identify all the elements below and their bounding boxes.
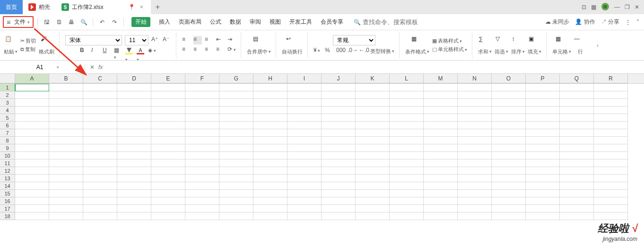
cell[interactable] (560, 144, 594, 152)
effects-icon[interactable]: ◈ (148, 47, 157, 55)
cell[interactable] (492, 213, 526, 220)
cell[interactable] (492, 129, 526, 137)
cell[interactable] (594, 175, 628, 182)
cell[interactable] (356, 137, 390, 144)
cell[interactable] (83, 182, 117, 190)
cell[interactable] (424, 106, 458, 114)
cell[interactable] (322, 182, 356, 190)
cell[interactable] (83, 99, 117, 106)
cell[interactable] (253, 167, 287, 175)
cell[interactable] (594, 159, 628, 167)
cell[interactable] (526, 152, 560, 159)
align-bot-icon[interactable]: ≡ (205, 36, 213, 44)
cell[interactable] (253, 182, 287, 190)
cell[interactable] (560, 213, 594, 220)
copy-button[interactable]: ⧉ 复制 (20, 46, 36, 53)
cell[interactable] (390, 167, 424, 175)
cell[interactable] (253, 159, 287, 167)
cell[interactable] (83, 205, 117, 213)
cell[interactable] (526, 129, 560, 137)
cell[interactable] (560, 114, 594, 122)
cell[interactable] (151, 167, 185, 175)
cell[interactable] (458, 144, 492, 152)
cell[interactable] (526, 122, 560, 129)
sum-button[interactable]: ∑求和 (478, 35, 492, 55)
col-header-I[interactable]: I (287, 74, 322, 83)
cell[interactable] (185, 205, 219, 213)
col-header-N[interactable]: N (458, 74, 492, 83)
filter-button[interactable]: ▽筛选 (495, 35, 508, 55)
cell[interactable] (594, 213, 628, 220)
cell[interactable] (356, 129, 390, 137)
cell[interactable] (526, 197, 560, 205)
layout1-icon[interactable]: ⊡ (582, 4, 586, 10)
col-header-G[interactable]: G (219, 74, 253, 83)
cell[interactable] (322, 197, 356, 205)
cell[interactable] (287, 129, 322, 137)
cell[interactable] (49, 167, 83, 175)
cell[interactable] (287, 182, 322, 190)
spreadsheet-grid[interactable]: ABCDEFGHIJKLMNOPQR 123456789101112131415… (0, 74, 644, 248)
menu-tab-layout[interactable]: 页面布局 (179, 18, 201, 26)
menu-tab-review[interactable]: 审阅 (250, 18, 261, 26)
cell[interactable] (492, 205, 526, 213)
menu-tab-view[interactable]: 视图 (270, 18, 281, 26)
cell[interactable] (424, 182, 458, 190)
cell[interactable] (253, 137, 287, 144)
qa-saveas-icon[interactable]: 🖻 (54, 17, 64, 27)
cell[interactable] (253, 197, 287, 205)
cell[interactable] (49, 114, 83, 122)
cell[interactable] (15, 213, 49, 220)
col-header-M[interactable]: M (424, 74, 458, 83)
more-icon[interactable]: ⋮ (625, 19, 631, 26)
cell[interactable] (151, 137, 185, 144)
cell[interactable] (526, 114, 560, 122)
cell[interactable] (458, 190, 492, 197)
cell[interactable] (356, 152, 390, 159)
col-header-C[interactable]: C (83, 74, 117, 83)
cell[interactable] (185, 99, 219, 106)
cell[interactable] (424, 159, 458, 167)
cell[interactable] (49, 175, 83, 182)
menu-tab-data[interactable]: 数据 (230, 18, 241, 26)
increase-font-icon[interactable]: A⁺ (151, 36, 160, 44)
cell[interactable] (219, 106, 253, 114)
cell[interactable] (458, 137, 492, 144)
cell[interactable] (526, 84, 560, 91)
cell[interactable] (151, 84, 185, 91)
col-header-H[interactable]: H (253, 74, 287, 83)
row-header[interactable]: 2 (0, 91, 15, 99)
paste-button[interactable]: 📋粘贴 (4, 35, 17, 55)
cell[interactable] (526, 144, 560, 152)
tab-add-button[interactable]: + (151, 3, 165, 11)
cell[interactable] (185, 114, 219, 122)
cell[interactable] (185, 91, 219, 99)
window-max-icon[interactable]: ❐ (625, 4, 630, 10)
cell[interactable] (253, 152, 287, 159)
cell[interactable] (287, 137, 322, 144)
cell[interactable] (424, 84, 458, 91)
cell[interactable] (322, 205, 356, 213)
ribbon-scroll-icon[interactable]: › (597, 42, 599, 49)
cell[interactable] (594, 137, 628, 144)
cell[interactable] (15, 129, 49, 137)
cell[interactable] (287, 190, 322, 197)
comma-icon[interactable]: 000 (336, 47, 345, 55)
cell[interactable] (458, 84, 492, 91)
align-center-icon[interactable]: ≡ (193, 46, 202, 54)
cell[interactable] (322, 144, 356, 152)
cell[interactable] (15, 190, 49, 197)
menu-tab-vip[interactable]: 会员专享 (321, 18, 343, 26)
row-header[interactable]: 18 (0, 213, 15, 220)
cell[interactable] (117, 197, 151, 205)
cell[interactable] (322, 152, 356, 159)
cell[interactable] (287, 91, 322, 99)
cell[interactable] (15, 99, 49, 106)
cell[interactable] (594, 84, 628, 91)
indent-dec-icon[interactable]: ⇤ (216, 36, 225, 44)
cell[interactable] (492, 99, 526, 106)
cell[interactable] (526, 167, 560, 175)
cell[interactable] (117, 99, 151, 106)
cell[interactable] (594, 190, 628, 197)
fill-color-icon[interactable] (125, 47, 134, 55)
